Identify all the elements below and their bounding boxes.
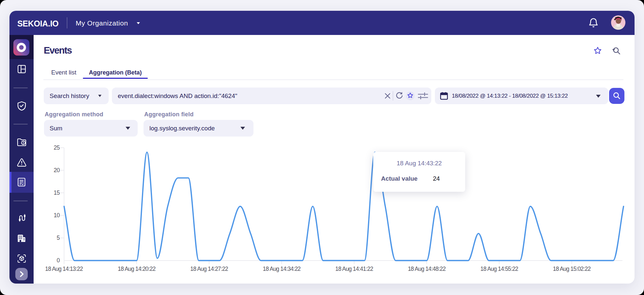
svg-text:18 Aug 14:34:22: 18 Aug 14:34:22: [263, 266, 301, 272]
svg-text:18 Aug 15:02:22: 18 Aug 15:02:22: [553, 266, 591, 272]
svg-text:20: 20: [54, 167, 60, 173]
svg-text:0: 0: [57, 257, 60, 264]
svg-text:18 Aug 14:27:22: 18 Aug 14:27:22: [190, 266, 228, 272]
svg-text:15: 15: [54, 189, 60, 196]
svg-text:18 Aug 14:20:22: 18 Aug 14:20:22: [118, 266, 156, 272]
svg-text:18 Aug 14:48:22: 18 Aug 14:48:22: [408, 266, 446, 272]
svg-text:25: 25: [54, 144, 60, 151]
svg-text:10: 10: [54, 212, 60, 219]
svg-text:5: 5: [57, 235, 60, 241]
svg-text:18 Aug 14:13:22: 18 Aug 14:13:22: [45, 266, 83, 272]
svg-text:18 Aug 14:41:22: 18 Aug 14:41:22: [335, 266, 373, 272]
svg-text:18 Aug 14:55:22: 18 Aug 14:55:22: [480, 266, 518, 272]
